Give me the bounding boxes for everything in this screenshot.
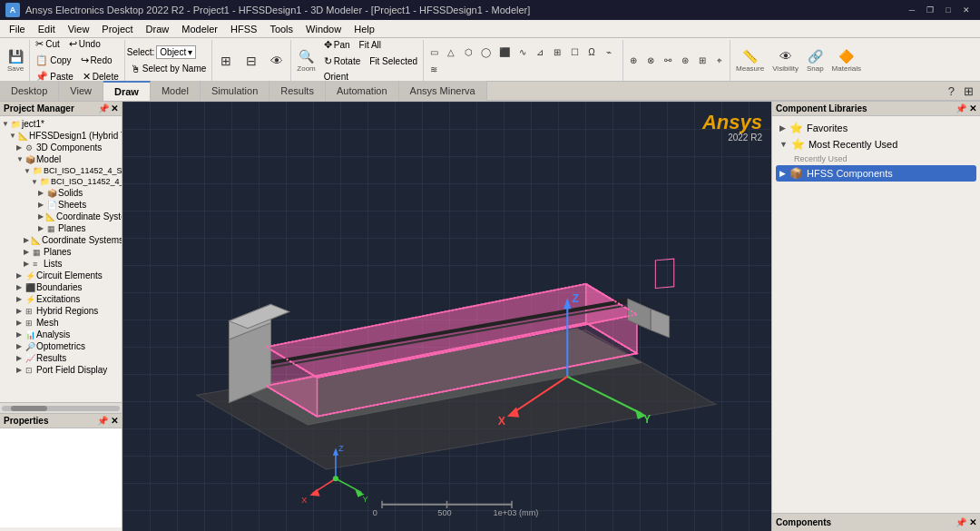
delete-button[interactable]: ✕ Delete (79, 69, 122, 82)
tool-btn-6[interactable]: ⌖ (711, 53, 728, 69)
menu-window[interactable]: Window (300, 22, 347, 36)
shape-btn-11[interactable]: ⌁ (601, 44, 617, 60)
tree-item-circuit[interactable]: ▶ ⚡ Circuit Elements (2, 270, 120, 281)
shape-btn-5[interactable]: ⬛ (495, 44, 514, 60)
shape-btn-12[interactable]: ≋ (426, 61, 442, 77)
expand-icon[interactable]: ▼ (31, 178, 38, 186)
shape-btn-4[interactable]: ◯ (477, 44, 495, 60)
shape-btn-7[interactable]: ⊿ (532, 44, 548, 60)
expand-icon[interactable]: ▶ (16, 354, 24, 362)
cl-item-hfss-components[interactable]: ▶ 📦 HFSS Components (776, 165, 976, 182)
tab-draw[interactable]: Draw (103, 81, 151, 101)
materials-button[interactable]: 🔶 Materials (828, 43, 865, 79)
pm-pin-icon[interactable]: 📌 (98, 103, 109, 113)
expand-icon[interactable]: ▶ (16, 295, 24, 303)
tree-item-excitations[interactable]: ▶ ⚡ Excitations (2, 293, 120, 305)
shape-btn-8[interactable]: ⊞ (549, 44, 565, 60)
shape-btn-6[interactable]: ∿ (514, 44, 531, 60)
menu-help[interactable]: Help (348, 22, 380, 36)
tree-item-sheets[interactable]: ▶ 📄 Sheets (2, 199, 120, 211)
tree-item-bci2[interactable]: ▼ 📁 BCI_ISO_11452_4_Substitut (2, 176, 120, 187)
tree-item-analysis[interactable]: ▶ 📊 Analysis (2, 329, 120, 340)
tree-item-solids[interactable]: ▶ 📦 Solids (2, 187, 120, 199)
save-button[interactable]: 💾 Save (4, 43, 27, 79)
minimize-button[interactable]: ─ (904, 3, 920, 17)
pm-close-icon[interactable]: ✕ (111, 103, 118, 113)
expand-icon[interactable]: ▼ (9, 132, 16, 140)
tab-model[interactable]: Model (151, 81, 201, 101)
expand-icon[interactable]: ▶ (16, 330, 24, 339)
fit-selected-button[interactable]: Fit Selected (366, 54, 421, 68)
tool-btn-5[interactable]: ⊞ (694, 53, 710, 69)
tree-item-cs2[interactable]: ▶ 📐 Coordinate Systems (2, 234, 120, 246)
copy-button[interactable]: 📋 Copy (32, 53, 74, 68)
expand-icon[interactable]: ▶ (38, 189, 45, 197)
tree-item-port[interactable]: ▶ ⊡ Port Field Display (2, 364, 120, 376)
expand-icon[interactable]: ▼ (2, 120, 9, 128)
shape-btn-10[interactable]: Ω (583, 44, 600, 60)
menu-view[interactable]: View (63, 22, 95, 36)
tree-item-3dcomp[interactable]: ▶ ⚙ 3D Components (2, 142, 120, 153)
cl-pin-icon[interactable]: 📌 (956, 103, 966, 113)
shape-btn-1[interactable]: ▭ (426, 44, 442, 60)
cl-item-favorites[interactable]: ▶ ⭐ Favorites (776, 120, 976, 136)
prop-close-icon[interactable]: ✕ (111, 416, 118, 426)
viewport[interactable]: Ansys 2022 R2 (122, 102, 771, 531)
icon-btn-1[interactable]: ⊞ (214, 43, 238, 79)
expand-icon[interactable]: ▶ (24, 260, 31, 268)
menu-modeler[interactable]: Modeler (176, 22, 223, 36)
tab-automation[interactable]: Automation (326, 81, 399, 101)
tree-item-planes[interactable]: ▶ ▦ Planes (2, 222, 120, 234)
maximize-button[interactable]: □ (940, 3, 956, 17)
snap-button[interactable]: 🔗 Snap (803, 43, 828, 79)
tree-item-boundaries[interactable]: ▶ ⬛ Boundaries (2, 281, 120, 293)
comp-close-icon[interactable]: ✕ (969, 517, 976, 527)
rotate-button[interactable]: ↻ Rotate (320, 54, 364, 69)
shape-btn-9[interactable]: ☐ (566, 44, 583, 60)
prop-pin-icon[interactable]: 📌 (97, 416, 108, 426)
tool-btn-1[interactable]: ⊕ (625, 53, 642, 69)
menu-hfss[interactable]: HFSS (225, 22, 262, 36)
menu-edit[interactable]: Edit (33, 22, 61, 36)
comp-pin-icon[interactable]: 📌 (956, 517, 966, 527)
expand-icon[interactable]: ▼ (16, 155, 24, 163)
select-dropdown[interactable]: Object ▾ (156, 45, 196, 59)
tree-item-optometrics[interactable]: ▶ 🔎 Optometrics (2, 340, 120, 352)
cl-item-recently-used[interactable]: ▼ ⭐ Most Recently Used (776, 136, 976, 152)
visibility-button[interactable]: 👁 Visibility (769, 43, 802, 79)
icon-btn-3[interactable]: 👁 (265, 43, 289, 79)
expand-icon[interactable]: ▶ (16, 283, 24, 291)
measure-button[interactable]: 📏 Measure (732, 43, 768, 79)
tab-ansys-minerva[interactable]: Ansys Minerva (399, 81, 487, 101)
expand-icon[interactable]: ▼ (24, 167, 31, 175)
redo-button[interactable]: ↪ Redo (77, 53, 116, 68)
menu-tools[interactable]: Tools (264, 22, 299, 36)
menu-file[interactable]: File (4, 22, 31, 36)
tool-btn-4[interactable]: ⊛ (677, 53, 693, 69)
menu-project[interactable]: Project (96, 22, 138, 36)
tree-item-cs[interactable]: ▶ 📐 Coordinate Systems (2, 211, 120, 222)
tree-item-results[interactable]: ▶ 📈 Results (2, 352, 120, 364)
tab-desktop[interactable]: Desktop (0, 81, 59, 101)
expand-icon[interactable]: ▶ (38, 212, 44, 221)
expand-icon[interactable]: ▶ (38, 201, 45, 209)
expand-icon[interactable]: ▶ (16, 366, 24, 374)
select-by-name-button[interactable]: 🖱 Select by Name (127, 62, 211, 76)
tree-item-planes2[interactable]: ▶ ▦ Planes (2, 246, 120, 258)
recently-used-expand-icon[interactable]: ▼ (779, 140, 788, 149)
tool-btn-2[interactable]: ⊗ (642, 53, 659, 69)
close-button[interactable]: ✕ (958, 3, 975, 17)
shape-btn-2[interactable]: △ (443, 44, 459, 60)
expand-icon[interactable]: ▶ (16, 342, 24, 350)
shape-btn-3[interactable]: ⬡ (460, 44, 476, 60)
expand-icon[interactable]: ▶ (16, 307, 24, 315)
paste-button[interactable]: 📌 Paste (32, 69, 77, 82)
expand-icon[interactable]: ▶ (24, 236, 29, 244)
help-icon[interactable]: ? (946, 84, 957, 99)
expand-icon[interactable]: ▶ (16, 271, 24, 280)
tree-item-project[interactable]: ▼ 📁 ject1* (2, 118, 120, 130)
cl-close-icon[interactable]: ✕ (969, 103, 976, 113)
pan-button[interactable]: ✥ Pan (320, 38, 354, 53)
tree-item-model[interactable]: ▼ 📦 Model (2, 153, 120, 165)
tab-simulation[interactable]: Simulation (201, 81, 270, 101)
